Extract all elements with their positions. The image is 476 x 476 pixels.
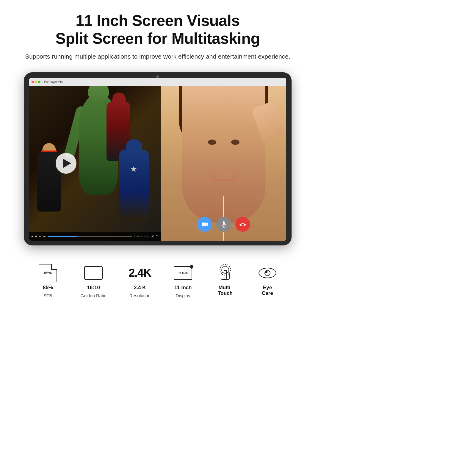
svg-marker-1 xyxy=(206,223,208,226)
fullscreen-ctrl[interactable]: ⛶ xyxy=(156,235,158,238)
resolution-icon-wrapper: 2.4K xyxy=(130,263,150,283)
video-call-panel xyxy=(161,86,286,241)
display-sublabel: Display xyxy=(176,293,190,298)
stb-corner xyxy=(51,264,57,270)
stats-bar: 85% 85% STB 16:10 Golden Ratio 2.4K 2.4 … xyxy=(24,257,292,301)
display-icon: 11 Inch xyxy=(174,266,192,280)
stb-sublabel: STB xyxy=(43,293,52,298)
touch-icon xyxy=(216,263,234,283)
stat-item-resolution: 2.4K 2.4 K Resolution xyxy=(129,263,151,298)
stat-item-display: 11 Inch 11 Inch Display xyxy=(173,263,193,298)
subtitle-text: Supports running multiple applications t… xyxy=(25,52,290,61)
ratio-sublabel: Golden Ratio xyxy=(80,293,107,298)
svg-rect-2 xyxy=(223,221,225,225)
stat-item-touch: Multi- Touch xyxy=(216,263,235,298)
time-display: 0:23:41 / 1:50:30 xyxy=(134,235,149,237)
svg-point-6 xyxy=(244,225,245,226)
stb-icon-wrapper: 85% xyxy=(38,263,57,283)
eye-left xyxy=(208,140,216,145)
ratio-label: 16:10 xyxy=(87,285,100,291)
hulk-head xyxy=(88,86,109,101)
eye-outer-shape xyxy=(259,268,276,278)
camera-button[interactable] xyxy=(197,217,212,232)
ratio-icon-wrapper xyxy=(84,263,103,283)
page-header: 11 Inch Screen Visuals Split Screen for … xyxy=(25,12,290,61)
minimize-dot xyxy=(35,81,37,83)
cap-body: ★ xyxy=(119,150,149,221)
window-controls xyxy=(32,81,40,83)
display-icon-wrapper: 11 Inch xyxy=(173,263,193,283)
face-smile xyxy=(209,169,239,181)
touch-label: Multi- Touch xyxy=(218,285,233,296)
microphone-button[interactable] xyxy=(216,217,231,232)
stat-item-eye: Eye Care xyxy=(258,263,277,298)
window-title: PotPlayer Mini xyxy=(44,80,63,84)
split-screen-content: ★ ▶ ⏹ ⏮ ⏭ xyxy=(29,86,286,241)
maximize-dot xyxy=(38,81,40,83)
touch-hand-icon xyxy=(217,264,234,282)
stop-ctrl[interactable]: ⏹ xyxy=(35,235,37,238)
person-background xyxy=(161,86,286,241)
progress-fill xyxy=(48,236,77,237)
eye-care-icon xyxy=(258,266,277,280)
progress-bar[interactable] xyxy=(48,236,132,237)
play-button[interactable] xyxy=(56,153,76,174)
stb-percent: 85% xyxy=(44,271,52,275)
stat-item-ratio: 16:10 Golden Ratio xyxy=(80,263,107,298)
svg-point-8 xyxy=(222,266,229,273)
cap-star: ★ xyxy=(130,165,137,174)
movie-panel: ★ ▶ ⏹ ⏮ ⏭ xyxy=(29,86,161,241)
camera-icon xyxy=(201,222,208,227)
close-dot xyxy=(32,81,34,83)
resolution-icon-text: 2.4K xyxy=(129,267,151,279)
display-label: 11 Inch xyxy=(174,285,192,291)
svg-rect-0 xyxy=(202,223,206,226)
tablet-wrapper: PotPlayer Mini xyxy=(24,72,292,245)
tablet-device: PotPlayer Mini xyxy=(24,72,292,245)
media-controls-bar: ▶ ⏹ ⏮ ⏭ 0:23:41 / 1:50:30 🔊 ⛶ xyxy=(29,232,161,241)
end-call-icon xyxy=(239,222,246,227)
next-ctrl[interactable]: ⏭ xyxy=(43,235,46,238)
svg-point-5 xyxy=(240,225,242,226)
display-icon-text: 11 Inch xyxy=(178,272,188,275)
main-title: 11 Inch Screen Visuals Split Screen for … xyxy=(25,12,290,48)
end-call-button[interactable] xyxy=(235,217,250,232)
stb-icon: 85% xyxy=(39,264,57,282)
play-icon xyxy=(63,159,71,168)
face-eyes xyxy=(208,140,239,145)
ratio-icon xyxy=(84,266,103,280)
eye-care-icon-wrapper xyxy=(258,263,277,283)
stat-item-stb: 85% 85% STB xyxy=(38,263,57,298)
stb-label: 85% xyxy=(43,285,53,291)
eye-pupil-inner xyxy=(265,271,267,273)
cap-figure: ★ xyxy=(118,150,150,233)
eye-label: Eye Care xyxy=(262,285,273,296)
eye-pupil xyxy=(264,270,270,276)
screen-topbar: PotPlayer Mini xyxy=(29,78,286,86)
eye-right xyxy=(231,140,239,145)
volume-ctrl[interactable]: 🔊 xyxy=(151,235,154,238)
video-call-controls xyxy=(197,217,250,232)
resolution-label: 2.4 K xyxy=(134,285,146,291)
tablet-screen: PotPlayer Mini xyxy=(29,78,286,241)
microphone-icon xyxy=(221,221,226,228)
movie-background: ★ xyxy=(29,86,161,241)
touch-icon-wrapper xyxy=(216,263,235,283)
tablet-camera xyxy=(156,75,159,78)
play-ctrl[interactable]: ▶ xyxy=(32,235,33,238)
resolution-sublabel: Resolution xyxy=(129,293,151,298)
prev-ctrl[interactable]: ⏮ xyxy=(39,235,42,238)
